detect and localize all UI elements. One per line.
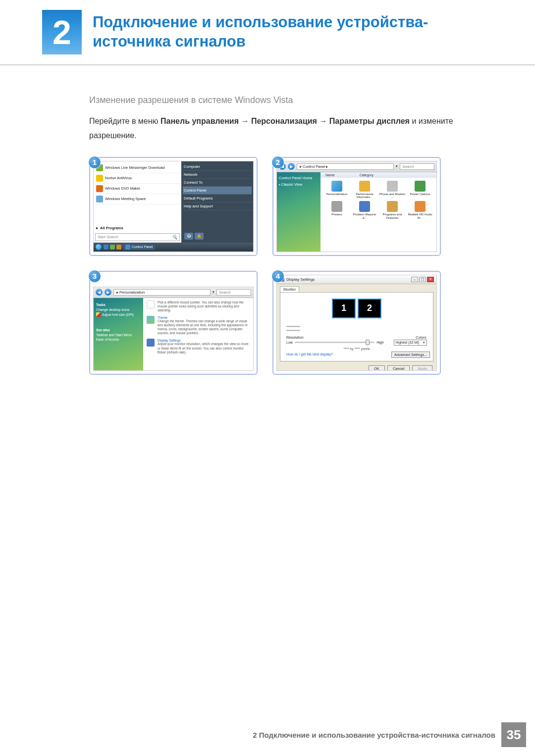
personalization-row[interactable]: Pick a different mouse pointer. You can …: [147, 301, 250, 312]
step-badge-2: 2: [271, 156, 284, 169]
taskbar-button[interactable]: Control Panel: [123, 244, 155, 250]
page-header: 2 Подключение и использование устройства…: [0, 0, 535, 65]
screenshot-step-1: 1 Windows Live Messenger Download Norton…: [89, 157, 258, 256]
task-link[interactable]: Ease of Access: [96, 337, 141, 342]
page-footer: 2 Подключение и использование устройства…: [253, 722, 526, 747]
start-menu-item[interactable]: Network: [183, 171, 252, 179]
lock-button[interactable]: 🔒: [195, 233, 204, 240]
arrow-icon: →: [319, 117, 329, 125]
start-menu-item[interactable]: Norton AntiVirus: [95, 173, 180, 184]
screenshots-grid: 1 Windows Live Messenger Download Norton…: [89, 157, 490, 375]
task-link[interactable]: Adjust font size (DPI): [96, 312, 141, 317]
step-badge-4: 4: [271, 270, 284, 283]
colors-label: Colors:: [416, 335, 427, 340]
cp-item[interactable]: Performance Informatio...: [351, 181, 378, 200]
taskbar: Control Panel: [94, 243, 253, 252]
path-personalization: Персонализация: [251, 117, 317, 125]
display-icon: [147, 339, 155, 347]
search-input[interactable]: Search: [400, 163, 434, 170]
cp-item[interactable]: Programs and Features: [379, 201, 406, 220]
nav-back-button[interactable]: ◀: [96, 289, 103, 296]
placeholder-row: ***********: [286, 325, 427, 329]
cp-item[interactable]: Power Options: [407, 181, 433, 200]
path-display-params: Параметры дисплея: [329, 117, 410, 125]
section-subheading: Изменение разрешения в системе Windows V…: [89, 95, 490, 105]
start-menu-right: Computer Network Connect To Control Pane…: [181, 161, 253, 243]
start-menu-item[interactable]: Connect To: [183, 179, 252, 187]
chapter-title: Подключение и использование устройства-и…: [93, 13, 505, 51]
start-menu-left: Windows Live Messenger Download Norton A…: [94, 161, 181, 243]
breadcrumb[interactable]: ▸ Control Panel ▸: [297, 163, 394, 170]
task-pane: Tasks Change desktop icons Adjust font s…: [94, 298, 143, 370]
footer-text: 2 Подключение и использование устройства…: [253, 731, 495, 739]
quick-launch-icon[interactable]: [104, 245, 108, 250]
task-link[interactable]: Change desktop icons: [96, 307, 141, 312]
colors-dropdown[interactable]: Highest (32 bit): [394, 340, 427, 346]
resolution-label: Resolution:: [286, 335, 304, 340]
quick-launch-icon[interactable]: [116, 245, 121, 250]
page-content: Изменение разрешения в системе Windows V…: [0, 65, 535, 375]
arrow-icon: →: [241, 117, 251, 125]
maximize-button[interactable]: ▢: [419, 277, 426, 282]
nav-link[interactable]: Control Panel Home: [279, 175, 319, 181]
column-header[interactable]: Name: [325, 173, 335, 177]
cp-item[interactable]: Realtek HD Audio M...: [407, 201, 433, 220]
start-search-input[interactable]: Start Search🔍: [95, 233, 180, 241]
close-button[interactable]: ✕: [427, 277, 434, 282]
dialog-pane: 1 2 *********** *********** Resolution: …: [280, 292, 433, 361]
search-icon: 🔍: [172, 235, 177, 240]
personalization-row-display[interactable]: Display SettingsAdjust your monitor reso…: [147, 339, 250, 354]
ok-button[interactable]: OK: [369, 365, 385, 371]
start-menu-item[interactable]: Help and Support: [183, 202, 252, 210]
chapter-number-badge: 2: [42, 10, 82, 54]
dialog-titlebar: Display Settings – ▢ ✕: [277, 275, 436, 284]
start-orb-icon[interactable]: [95, 244, 102, 251]
personalization-row[interactable]: ThemeChange the theme. Themes can change…: [147, 316, 250, 336]
start-menu-item[interactable]: Windows DVD Maker: [95, 184, 180, 194]
nav-forward-button[interactable]: ▶: [105, 289, 111, 296]
resolution-slider[interactable]: [295, 342, 374, 343]
tab-monitor[interactable]: Monitor: [280, 286, 299, 292]
nav-pane: Control Panel Home • Classic View: [277, 172, 321, 252]
apply-button[interactable]: Apply: [412, 365, 432, 371]
cp-item-personalization[interactable]: Personalization: [323, 181, 350, 200]
start-menu-item[interactable]: Computer: [183, 163, 252, 171]
placeholder-row: ***********: [286, 329, 427, 333]
start-menu-item[interactable]: Default Programs: [183, 195, 252, 202]
see-also-heading: See also: [96, 328, 141, 332]
minimize-button[interactable]: –: [411, 277, 418, 282]
column-header[interactable]: Category: [360, 173, 374, 177]
explorer-toolbar: ◀ ▶ ▸ Personalization ▾ Search: [94, 287, 253, 298]
column-headers: Name Category: [321, 172, 436, 178]
cp-item[interactable]: Problem Reports a...: [351, 201, 378, 220]
explorer-toolbar: ◀ ▶ ▸ Control Panel ▸ ▾ Search: [277, 161, 436, 172]
start-menu-item-control-panel[interactable]: Control Panel: [183, 187, 252, 195]
power-buttons: ⏻ 🔒: [183, 231, 252, 241]
nav-forward-button[interactable]: ▶: [288, 163, 295, 170]
monitor-1[interactable]: 1: [332, 299, 356, 318]
instruction-prefix: Перейдите в меню: [89, 117, 160, 125]
cancel-button[interactable]: Cancel: [387, 365, 410, 371]
monitor-2[interactable]: 2: [358, 299, 381, 318]
search-input[interactable]: Search: [216, 289, 251, 296]
path-control-panel: Панель управления: [160, 117, 239, 125]
page-number: 35: [501, 722, 526, 747]
advanced-settings-button[interactable]: Advanced Settings...: [391, 352, 430, 358]
dialog-title: Display Settings: [286, 277, 315, 282]
cp-item[interactable]: Printers: [323, 201, 350, 220]
start-menu-item[interactable]: Windows Live Messenger Download: [95, 163, 180, 173]
shutdown-button[interactable]: ⏻: [184, 233, 193, 240]
shield-icon: [96, 312, 101, 317]
breadcrumb[interactable]: ▸ Personalization: [113, 289, 211, 296]
quick-launch-icon[interactable]: [110, 245, 115, 250]
task-link[interactable]: Taskbar and Start Menu: [96, 333, 141, 337]
pointer-icon: [147, 301, 155, 308]
start-menu-item[interactable]: Windows Meeting Space: [95, 194, 180, 204]
all-programs[interactable]: ▸All Programs: [95, 224, 180, 232]
cp-item[interactable]: Phone and Modem ...: [379, 181, 406, 200]
slider-high-label: High: [376, 341, 383, 344]
instruction-text: Перейдите в меню Панель управления → Пер…: [89, 114, 490, 143]
nav-link[interactable]: • Classic View: [279, 181, 319, 188]
screenshot-step-2: 2 ◀ ▶ ▸ Control Panel ▸ ▾ Search Control…: [272, 157, 441, 256]
theme-icon: [147, 316, 155, 324]
